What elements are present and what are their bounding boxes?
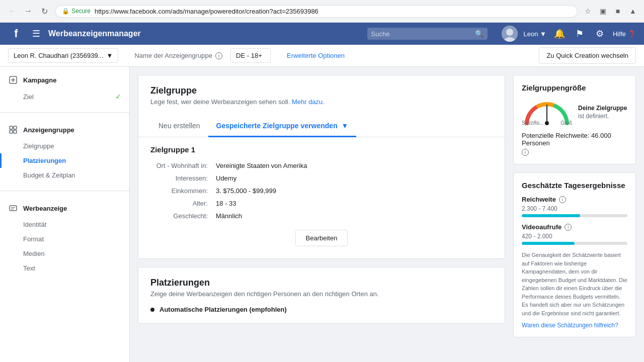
hilfreich-link[interactable]: Waren diese Schätzungen hilfreich? (522, 322, 618, 329)
quick-creation-button[interactable]: Zu Quick Creation wechseln (539, 47, 636, 64)
reichweite-value: 2.300 - 7.400 (522, 205, 627, 212)
search-box[interactable]: 🔍 (367, 28, 488, 40)
ad-group-value[interactable]: DE - 18+ (230, 48, 271, 63)
videoaufrufe-metric: Videoaufrufe i 420 - 2.000 (522, 223, 627, 245)
sidebar-item-format[interactable]: Format (0, 232, 129, 246)
tab-gespeicherte[interactable]: Gespeicherte Zielgruppe verwenden ▼ (208, 116, 357, 137)
einkommen-row: Einkommen: 3. $75,000 - $99,999 (150, 187, 493, 195)
sidebar-item-identitaet[interactable]: Identität (0, 217, 129, 232)
bookmark-icon[interactable]: ☆ (582, 5, 594, 17)
platzierungen-subtitle: Zeige deine Werbeanzeigen den richtigen … (150, 290, 493, 298)
forward-button[interactable]: → (21, 4, 35, 18)
divider1 (0, 112, 129, 113)
einkommen-value: 3. $75,000 - $99,999 (216, 187, 276, 195)
videoaufrufe-info-icon[interactable]: i (565, 224, 572, 231)
app-title: Werbeanzeigenmanager (48, 29, 141, 38)
settings-icon[interactable]: ⚙ (593, 27, 607, 41)
ziel-checkmark: ✓ (115, 93, 121, 101)
gauge-label-spezifisch: Spezifis... (522, 120, 543, 126)
notifications-icon[interactable]: 🔔 (552, 27, 567, 41)
search-icon[interactable]: 🔍 (475, 30, 484, 38)
interessen-label: Interessen: (150, 174, 216, 182)
zielgruppe-subtitle: Lege fest, wer deine Werbeanzeigen sehen… (150, 98, 493, 106)
sidebar-item-zielgruppe[interactable]: Zielgruppe (0, 139, 129, 153)
address-bar[interactable]: 🔒 Secure https://www.facebook.com/ads/ma… (55, 5, 578, 18)
reach-info-icon[interactable]: i (522, 149, 529, 156)
gauge-defined-text: Deine Zielgruppe ist definiert. (578, 105, 627, 120)
sidebar: Kampagne Ziel ✓ Anzeigengruppe Zielgrupp… (0, 67, 130, 362)
reichweite-info-icon[interactable]: i (559, 196, 566, 203)
videoaufrufe-bar (522, 242, 627, 245)
nav-buttons: ← → ↻ (5, 4, 51, 18)
zielgruppe-header: Zielgruppe Lege fest, wer deine Werbeanz… (138, 75, 505, 116)
geschlecht-label: Geschlecht: (150, 212, 216, 220)
tab-neu-erstellen[interactable]: Neu erstellen (150, 116, 208, 137)
zielgruppe-tabs: Neu erstellen Gespeicherte Zielgruppe ve… (138, 116, 505, 137)
svg-point-14 (545, 121, 549, 125)
help-question-icon: ❓ (628, 30, 636, 38)
help-button[interactable]: Hilfe ❓ (613, 30, 636, 38)
ort-row: Ort - Wohnhaft in: Vereinigte Staaten vo… (150, 162, 493, 169)
reload-button[interactable]: ↻ (37, 4, 51, 18)
browser-toolbar: ← → ↻ 🔒 Secure https://www.facebook.com/… (0, 0, 644, 22)
sidebar-item-text[interactable]: Text (0, 261, 129, 276)
interessen-value: Udemy (216, 174, 236, 182)
platzierungen-content: Platzierungen Zeige deine Werbeanzeigen … (138, 267, 505, 323)
sidebar-item-budget[interactable]: Budget & Zeitplan (0, 168, 129, 183)
extension-icon1[interactable]: ▣ (597, 5, 609, 17)
disclaimer-text: Die Genauigkeit der Schätzwerte basiert … (522, 251, 627, 317)
search-input[interactable] (371, 30, 472, 38)
gauge-meter: Spezifis... Groß (522, 98, 572, 126)
gauge-label-gross: Groß (560, 120, 572, 126)
browser-actions: ☆ ▣ ■ ▲ (582, 5, 639, 17)
info-icon: i (215, 52, 222, 59)
svg-rect-9 (14, 130, 17, 133)
videoaufrufe-label: Videoaufrufe (522, 223, 561, 231)
divider2 (0, 191, 129, 191)
auto-platzierungen-item: Automatische Platzierungen (empfohlen) (150, 306, 493, 313)
reichweite-bar (522, 214, 627, 217)
videoaufrufe-bar-fill (522, 242, 575, 245)
facebook-navbar: f ☰ Werbeanzeigenmanager 🔍 Leon ▼ 🔔 ⚑ ⚙ … (0, 23, 644, 45)
sidebar-item-ziel[interactable]: Ziel ✓ (0, 89, 129, 104)
reichweite-bar-fill (522, 214, 580, 217)
sidebar-werbeanzeige-section: Werbeanzeige Identität Format Medien Tex… (0, 195, 129, 280)
ort-value: Vereinigte Staaten von Amerika (216, 162, 307, 169)
extension-icon2[interactable]: ■ (612, 5, 624, 17)
target-group-content: Zielgruppe 1 Ort - Wohnhaft in: Vereinig… (138, 137, 505, 258)
sidebar-item-medien[interactable]: Medien (0, 246, 129, 261)
alter-value: 18 - 33 (216, 200, 236, 207)
erweiterte-optionen-link[interactable]: Erweiterte Optionen (287, 52, 345, 59)
flag-icon[interactable]: ⚑ (573, 27, 587, 41)
gauge-container: Spezifis... Groß Deine Zielgruppe ist de… (522, 98, 627, 126)
alter-label: Alter: (150, 200, 216, 207)
reichweite-metric: Reichweite i 2.300 - 7.400 (522, 196, 627, 217)
avatar (502, 26, 518, 42)
hamburger-menu-icon[interactable]: ☰ (30, 26, 42, 41)
geschlecht-row: Geschlecht: Männlich (150, 212, 493, 220)
videoaufrufe-value: 420 - 2.000 (522, 233, 627, 240)
main-content: Zielgruppe Lege fest, wer deine Werbeanz… (130, 67, 513, 362)
ad-group-name-label: Name der Anzeigengruppe i (134, 52, 222, 59)
browser-chrome: ← → ↻ 🔒 Secure https://www.facebook.com/… (0, 0, 644, 23)
right-panel: Zielgruppengröße Spezifis... (513, 67, 644, 362)
interessen-row: Interessen: Udemy (150, 174, 493, 182)
sidebar-anzeigengruppe-section: Anzeigengruppe Zielgruppe Platzierungen … (0, 117, 129, 187)
zielgruppe-title: Zielgruppe (150, 85, 493, 96)
anzeigengruppe-icon (8, 125, 18, 135)
back-button[interactable]: ← (5, 4, 19, 18)
user-name[interactable]: Leon ▼ (524, 30, 546, 38)
platzierungen-card: Platzierungen Zeige deine Werbeanzeigen … (138, 267, 505, 324)
reach-info: Potenzielle Reichweite: 46.000 Personen (522, 132, 627, 147)
svg-rect-6 (10, 126, 13, 129)
svg-rect-7 (14, 126, 17, 129)
mehr-dazu-link[interactable]: Mehr dazu. (292, 98, 325, 106)
account-selector[interactable]: Leon R. Chaudhari (2356939... ▼ (8, 48, 118, 63)
sidebar-item-platzierungen[interactable]: Platzierungen (0, 153, 129, 168)
bearbeiten-button[interactable]: Bearbeiten (295, 230, 348, 246)
bullet-dot (150, 308, 154, 312)
profile-icon[interactable]: ▲ (627, 5, 639, 17)
target-group-title: Zielgruppe 1 (150, 145, 493, 154)
url-display: https://www.facebook.com/ads/manage/powe… (95, 8, 571, 15)
sidebar-werbeanzeige-header: Werbeanzeige (0, 199, 129, 217)
